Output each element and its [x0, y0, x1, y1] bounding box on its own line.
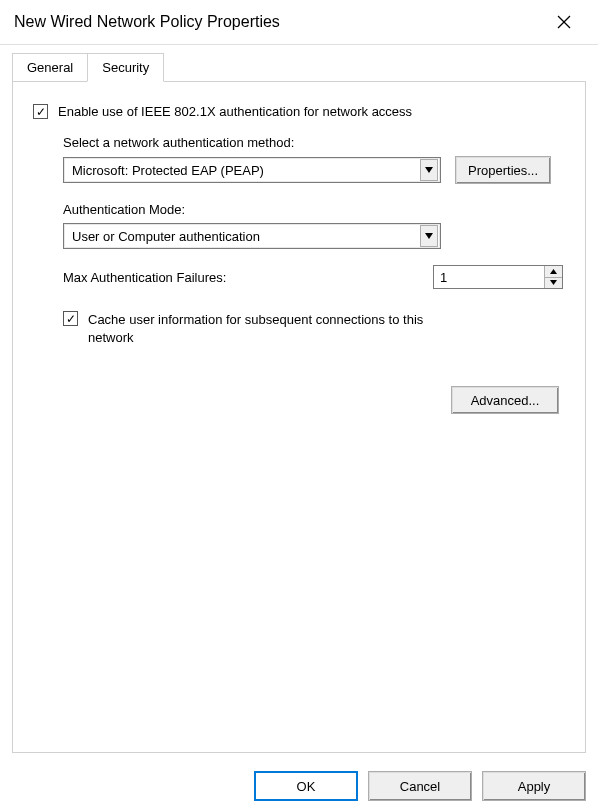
apply-button[interactable]: Apply — [482, 771, 586, 801]
chevron-down-icon — [420, 159, 438, 181]
content-area: General Security Enable use of IEEE 802.… — [0, 45, 598, 765]
window-title: New Wired Network Policy Properties — [14, 13, 280, 31]
advanced-row: Advanced... — [33, 386, 565, 414]
cache-row: Cache user information for subsequent co… — [63, 311, 565, 346]
auth-method-label: Select a network authentication method: — [63, 135, 565, 150]
close-icon — [557, 15, 571, 29]
tab-general[interactable]: General — [12, 53, 88, 82]
auth-mode-label: Authentication Mode: — [63, 202, 565, 217]
close-button[interactable] — [544, 7, 584, 37]
auth-method-dropdown[interactable]: Microsoft: Protected EAP (PEAP) — [63, 157, 441, 183]
spinner-buttons — [544, 266, 562, 288]
spinner-up-button[interactable] — [544, 266, 562, 277]
max-auth-fail-label: Max Authentication Failures: — [63, 270, 226, 285]
tab-security[interactable]: Security — [87, 53, 164, 82]
dialog-footer: OK Cancel Apply — [254, 771, 586, 801]
auth-mode-value: User or Computer authentication — [72, 229, 260, 244]
cache-label: Cache user information for subsequent co… — [88, 311, 458, 346]
auth-method-value: Microsoft: Protected EAP (PEAP) — [72, 163, 264, 178]
tab-panel-security: Enable use of IEEE 802.1X authentication… — [12, 81, 586, 753]
enable-8021x-row: Enable use of IEEE 802.1X authentication… — [33, 104, 565, 119]
auth-mode-dropdown[interactable]: User or Computer authentication — [63, 223, 441, 249]
properties-button[interactable]: Properties... — [455, 156, 551, 184]
svg-marker-4 — [550, 269, 557, 274]
tabs: General Security — [12, 53, 586, 81]
enable-8021x-checkbox[interactable] — [33, 104, 48, 119]
max-auth-fail-row: Max Authentication Failures: 1 — [63, 265, 563, 289]
titlebar: New Wired Network Policy Properties — [0, 0, 598, 45]
chevron-down-icon — [420, 225, 438, 247]
cancel-button[interactable]: Cancel — [368, 771, 472, 801]
auth-method-section: Select a network authentication method: … — [63, 135, 565, 289]
advanced-button[interactable]: Advanced... — [451, 386, 559, 414]
ok-button[interactable]: OK — [254, 771, 358, 801]
svg-marker-2 — [425, 167, 433, 173]
auth-mode-row: User or Computer authentication — [63, 223, 565, 249]
spinner-down-button[interactable] — [544, 277, 562, 289]
svg-marker-5 — [550, 280, 557, 285]
enable-8021x-label: Enable use of IEEE 802.1X authentication… — [58, 104, 412, 119]
auth-method-row: Microsoft: Protected EAP (PEAP) Properti… — [63, 156, 565, 184]
max-auth-fail-spinner[interactable]: 1 — [433, 265, 563, 289]
max-auth-fail-value: 1 — [434, 266, 544, 288]
chevron-down-icon — [550, 280, 557, 285]
svg-marker-3 — [425, 233, 433, 239]
cache-checkbox[interactable] — [63, 311, 78, 326]
chevron-up-icon — [550, 269, 557, 274]
